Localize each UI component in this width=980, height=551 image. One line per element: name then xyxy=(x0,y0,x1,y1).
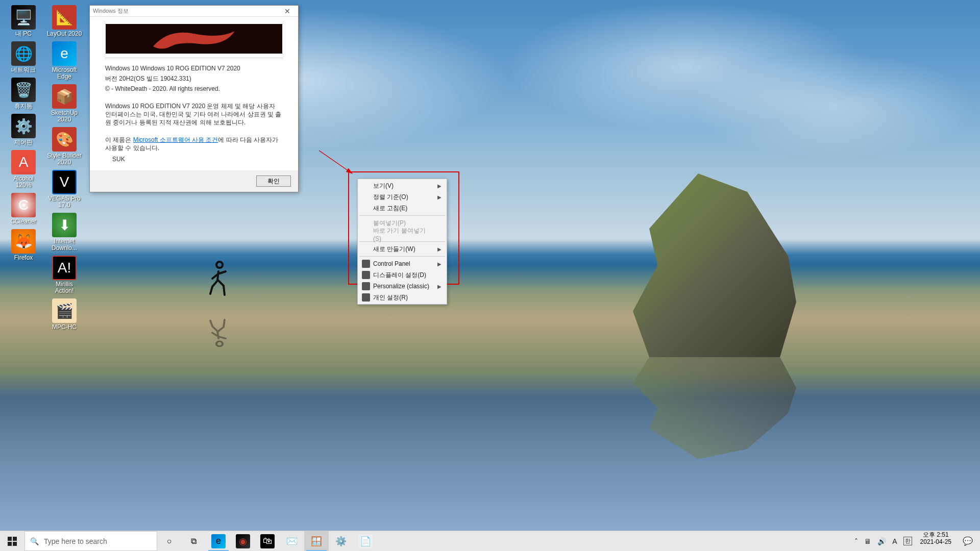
desktop-context-menu: 보기(V)▶정렬 기준(O)▶새로 고침(E)붙여넣기(P)바로 가기 붙여넣기… xyxy=(357,179,447,305)
context-menu-item-label: 바로 가기 붙여넣기(S) xyxy=(373,227,433,242)
close-icon[interactable]: ✕ xyxy=(280,7,295,15)
tray-overflow-icon[interactable]: ˄ xyxy=(854,537,858,545)
submenu-arrow-icon: ▶ xyxy=(437,284,442,289)
context-menu-item-label: 새로 만들기(W) xyxy=(373,245,415,254)
winver-logo xyxy=(106,24,282,54)
taskbar-app-rog[interactable]: ◉ xyxy=(231,531,255,551)
context-menu-item-label: 개인 설정(R) xyxy=(373,293,408,302)
ok-button[interactable]: 확인 xyxy=(256,176,291,187)
winver-copyright: © - WhiteDeath - 2020. All rights reserv… xyxy=(105,85,283,93)
submenu-arrow-icon: ▶ xyxy=(437,194,442,200)
svg-rect-4 xyxy=(8,542,12,546)
ms-license-link[interactable]: Microsoft 소프트웨어 사용 조건 xyxy=(133,136,218,143)
volume-icon[interactable]: 🔊 xyxy=(877,537,886,545)
winver-body: Windows 10 Windows 10 ROG EDITION V7 202… xyxy=(90,17,298,170)
taskbar-app-winver[interactable]: 🪟 xyxy=(304,531,329,551)
winver-version: 버전 20H2(OS 빌드 19042.331) xyxy=(105,74,283,83)
svg-rect-5 xyxy=(13,542,17,546)
svg-point-0 xyxy=(202,35,206,39)
svg-rect-3 xyxy=(13,537,17,541)
taskbar: 🔍 Type here to search ○ ⧉ e ◉ 🛍 ✉️ 🪟 ⚙️ … xyxy=(0,531,980,551)
context-menu-item[interactable]: 정렬 기준(O)▶ xyxy=(359,191,446,203)
winver-titlebar[interactable]: Windows 정보 ✕ xyxy=(90,6,298,17)
desktop-icon-vegas[interactable]: VVEGAS Pro 17.0 xyxy=(45,169,84,210)
clock-date: 2021-04-25 xyxy=(920,538,951,545)
svg-rect-2 xyxy=(8,537,12,541)
annotation-arrow xyxy=(316,148,357,181)
context-menu-item-icon xyxy=(362,260,370,268)
desktop-icon-style-builder[interactable]: 🎨Style Builder 2020 xyxy=(45,126,84,167)
taskbar-spacer xyxy=(378,531,850,551)
desktop-icon-ccleaner[interactable]: CCCleaner xyxy=(4,192,43,226)
desktop-icon-control-panel[interactable]: ⚙️제어판 xyxy=(4,113,43,147)
wallpaper-runner xyxy=(204,260,235,306)
wallpaper-rock-reflection xyxy=(633,357,796,459)
task-view-button[interactable]: ⧉ xyxy=(182,531,206,551)
desktop-icon-idm[interactable]: ⬇Internet Downlo... xyxy=(45,212,84,253)
desktop-icon-alcohol[interactable]: AAlcohol 120% xyxy=(4,149,43,190)
context-menu-item-label: Personalize (classic) xyxy=(373,283,429,290)
context-menu-item[interactable]: 보기(V)▶ xyxy=(359,180,446,191)
context-menu-item[interactable]: 개인 설정(R) xyxy=(359,292,446,303)
clock-time: 오후 2:51 xyxy=(920,531,951,538)
winver-license-line: 이 제품은 Microsoft 소프트웨어 사용 조건에 따라 다음 사용자가 … xyxy=(105,136,283,152)
taskbar-app-mail[interactable]: ✉️ xyxy=(280,531,304,551)
context-menu-item[interactable]: Personalize (classic)▶ xyxy=(359,281,446,292)
taskbar-app-edge[interactable]: e xyxy=(206,531,231,551)
context-menu-item-label: 보기(V) xyxy=(373,182,394,190)
search-placeholder: Type here to search xyxy=(44,537,107,545)
context-menu-item-icon xyxy=(362,282,370,290)
taskbar-app-generic[interactable]: 📄 xyxy=(353,531,378,551)
context-menu-item-label: 정렬 기준(O) xyxy=(373,193,408,202)
desktop-icon-edge[interactable]: eMicrosoft Edge xyxy=(45,40,84,81)
system-tray: ˄ 🖥 🔊 A 한 xyxy=(850,531,916,551)
desktop-icon-layout[interactable]: 📐LayOut 2020 xyxy=(45,4,84,38)
desktop-icon-mpc-hc[interactable]: 🎬MPC-HC xyxy=(45,297,84,332)
desktop-icon-network[interactable]: 🌐네트워크 xyxy=(4,40,43,74)
svg-line-1 xyxy=(319,151,352,173)
wallpaper-runner-shadow xyxy=(204,311,235,347)
ime-mode-icon[interactable]: A xyxy=(892,537,897,545)
winver-footer: 확인 xyxy=(90,170,298,192)
context-menu-item[interactable]: 디스플레이 설정(D) xyxy=(359,269,446,281)
cortana-button[interactable]: ○ xyxy=(157,531,182,551)
search-icon: 🔍 xyxy=(30,537,39,545)
context-menu-item-icon xyxy=(362,271,370,279)
action-center-button[interactable]: 💬 xyxy=(955,531,980,551)
desktop-icon-recycle-bin[interactable]: 🗑️휴지통 xyxy=(4,77,43,111)
desktop-icon-my-pc[interactable]: 🖥️내 PC xyxy=(4,4,43,38)
submenu-arrow-icon: ▶ xyxy=(437,183,442,189)
winver-info: Windows 10 Windows 10 ROG EDITION V7 202… xyxy=(105,64,283,163)
winver-product: Windows 10 Windows 10 ROG EDITION V7 202… xyxy=(105,64,283,72)
winver-divider xyxy=(105,58,283,58)
winver-user: SUK xyxy=(105,155,283,163)
winver-title-text: Windows 정보 xyxy=(93,7,129,15)
context-menu-item-label: Control Panel xyxy=(373,260,410,267)
taskbar-clock[interactable]: 오후 2:51 2021-04-25 xyxy=(916,531,955,551)
winver-dialog: Windows 정보 ✕ Windows 10 Windows 10 ROG E… xyxy=(89,5,299,192)
network-icon[interactable]: 🖥 xyxy=(864,537,871,545)
desktop[interactable]: 🖥️내 PC 🌐네트워크 🗑️휴지통 ⚙️제어판 AAlcohol 120% C… xyxy=(0,0,980,531)
desktop-icon-sketchup[interactable]: 📦SketchUp 2020 xyxy=(45,83,84,124)
context-menu-item[interactable]: 새로 만들기(W)▶ xyxy=(359,243,446,255)
desktop-icon-firefox[interactable]: 🦊Firefox xyxy=(4,228,43,262)
winver-trademark: Windows 10 ROG EDITION V7 2020 운영 체제 및 해… xyxy=(105,102,283,127)
ime-lang-icon[interactable]: 한 xyxy=(903,537,912,545)
submenu-arrow-icon: ▶ xyxy=(437,246,442,252)
context-menu-item[interactable]: Control Panel▶ xyxy=(359,258,446,269)
start-button[interactable] xyxy=(0,531,24,551)
taskbar-app-settings[interactable]: ⚙️ xyxy=(329,531,353,551)
context-menu-item-label: 새로 고침(E) xyxy=(373,204,407,213)
search-box[interactable]: 🔍 Type here to search xyxy=(24,531,157,551)
context-menu-item-label: 디스플레이 설정(D) xyxy=(373,271,426,280)
desktop-icons: 🖥️내 PC 🌐네트워크 🗑️휴지통 ⚙️제어판 AAlcohol 120% C… xyxy=(4,4,84,361)
taskbar-app-store[interactable]: 🛍 xyxy=(255,531,280,551)
desktop-icon-action[interactable]: A!Mirillis Action! xyxy=(45,255,84,295)
context-menu-separator xyxy=(359,215,445,216)
context-menu-item-icon xyxy=(362,293,370,302)
context-menu-separator xyxy=(359,256,445,257)
context-menu-item[interactable]: 새로 고침(E) xyxy=(359,203,446,214)
context-menu-item: 바로 가기 붙여넣기(S) xyxy=(359,229,446,240)
submenu-arrow-icon: ▶ xyxy=(437,261,442,267)
